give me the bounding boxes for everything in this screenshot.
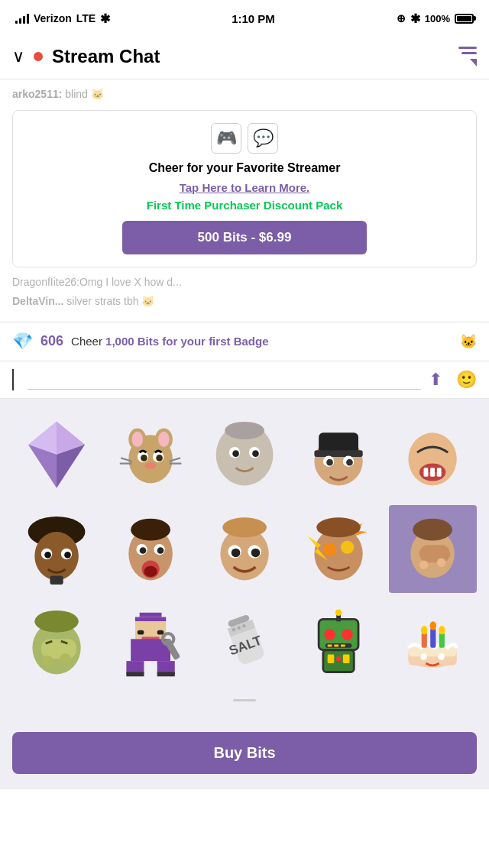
svg-point-47 bbox=[139, 547, 146, 554]
svg-rect-106 bbox=[334, 644, 338, 646]
svg-rect-80 bbox=[138, 630, 144, 635]
svg-point-42 bbox=[64, 551, 71, 558]
emote-robot[interactable] bbox=[295, 599, 383, 687]
emote-bits-diamond[interactable] bbox=[12, 411, 100, 499]
chat-input[interactable] bbox=[28, 369, 421, 390]
svg-point-124 bbox=[439, 626, 445, 635]
svg-point-30 bbox=[326, 459, 333, 466]
svg-point-63 bbox=[316, 517, 361, 537]
bits-banner: 💎 606 Cheer 1,000 Bits for your first Ba… bbox=[0, 322, 489, 361]
bits-text: Cheer 1,000 Bits for your first Badge bbox=[71, 335, 452, 348]
svg-rect-34 bbox=[424, 468, 429, 478]
emote-face2[interactable] bbox=[295, 411, 383, 499]
svg-rect-121 bbox=[439, 632, 445, 647]
svg-rect-113 bbox=[336, 656, 341, 661]
svg-point-55 bbox=[232, 548, 241, 557]
bluetooth-icon: ✱ bbox=[410, 11, 420, 26]
chat-input-area: ⬆ 🙂 bbox=[0, 361, 489, 399]
svg-point-61 bbox=[323, 542, 336, 555]
emote-section: SALT bbox=[0, 399, 489, 724]
svg-rect-36 bbox=[437, 468, 442, 478]
svg-rect-116 bbox=[409, 648, 457, 657]
svg-point-62 bbox=[341, 540, 354, 553]
chat-message: arko2511: blind 🐱 bbox=[12, 87, 477, 102]
chat-message-2: DragonfIite26:Omg I love X how d... bbox=[12, 275, 477, 290]
svg-point-8 bbox=[131, 432, 142, 447]
send-icon[interactable]: ⬆ bbox=[429, 370, 442, 390]
promo-buy-button[interactable]: 500 Bits - $6.99 bbox=[122, 221, 367, 254]
menu-button[interactable] bbox=[458, 47, 477, 66]
live-indicator bbox=[34, 52, 43, 61]
emote-face9[interactable] bbox=[12, 599, 100, 687]
chat-area: arko2511: blind 🐱 🎮 💬 Cheer for your Fav… bbox=[0, 79, 489, 322]
svg-rect-81 bbox=[157, 630, 164, 635]
cursor-icon bbox=[12, 369, 14, 390]
promo-link[interactable]: Tap Here to Learn More. bbox=[25, 181, 464, 194]
svg-point-68 bbox=[419, 560, 429, 569]
svg-point-71 bbox=[34, 611, 79, 633]
emote-face3[interactable] bbox=[389, 411, 477, 499]
svg-point-50 bbox=[144, 565, 157, 576]
svg-point-41 bbox=[44, 551, 51, 558]
svg-point-9 bbox=[158, 432, 169, 447]
emoji-icon[interactable]: 🙂 bbox=[456, 370, 477, 390]
status-carrier: Verizon LTE ✱ bbox=[15, 11, 110, 26]
svg-rect-119 bbox=[422, 632, 427, 647]
svg-rect-87 bbox=[157, 672, 174, 676]
header: ∨ Stream Chat bbox=[0, 34, 489, 79]
svg-point-14 bbox=[145, 462, 156, 469]
svg-rect-43 bbox=[50, 575, 63, 585]
svg-point-102 bbox=[324, 629, 335, 640]
emote-face1[interactable] bbox=[200, 411, 288, 499]
svg-point-122 bbox=[421, 626, 428, 635]
svg-point-23 bbox=[252, 451, 259, 458]
emote-salt[interactable]: SALT bbox=[200, 599, 288, 687]
svg-point-109 bbox=[335, 609, 342, 616]
emote-cake[interactable] bbox=[389, 599, 477, 687]
emote-face6[interactable] bbox=[200, 505, 288, 593]
svg-point-12 bbox=[141, 455, 147, 462]
svg-point-13 bbox=[156, 455, 163, 462]
svg-rect-120 bbox=[431, 628, 436, 648]
status-time: 1:10 PM bbox=[232, 12, 275, 25]
promo-icon-1: 🎮 bbox=[211, 123, 241, 154]
signal-icon bbox=[15, 13, 29, 24]
emote-grid: SALT bbox=[12, 411, 477, 688]
svg-point-66 bbox=[413, 518, 452, 540]
svg-rect-107 bbox=[341, 644, 345, 646]
chevron-down-icon[interactable]: ∨ bbox=[12, 47, 24, 66]
bits-diamond-icon: 💎 bbox=[12, 332, 33, 351]
svg-point-123 bbox=[430, 621, 437, 630]
emote-anime-girl[interactable] bbox=[106, 599, 194, 687]
emote-face4[interactable] bbox=[12, 505, 100, 593]
svg-point-74 bbox=[60, 653, 70, 664]
svg-rect-78 bbox=[135, 617, 166, 621]
emote-face7[interactable] bbox=[295, 505, 383, 593]
svg-point-51 bbox=[131, 518, 170, 540]
bits-highlight: 1,000 Bits bbox=[105, 335, 159, 348]
svg-point-48 bbox=[157, 547, 164, 554]
svg-rect-67 bbox=[419, 545, 450, 562]
svg-point-56 bbox=[251, 548, 261, 557]
svg-point-117 bbox=[421, 653, 428, 660]
status-right: ⊕ ✱ 100% bbox=[397, 11, 474, 26]
promo-title: Cheer for your Favorite Streamer bbox=[25, 161, 464, 175]
svg-point-57 bbox=[222, 517, 267, 537]
svg-rect-112 bbox=[343, 654, 350, 663]
cat-icon: 🐱 bbox=[460, 333, 477, 350]
emote-pepe-cat[interactable] bbox=[106, 411, 194, 499]
svg-point-118 bbox=[439, 653, 445, 660]
svg-point-31 bbox=[346, 459, 353, 466]
svg-point-24 bbox=[225, 422, 264, 439]
promo-discount: First Time Purchaser Discount Pack bbox=[25, 199, 464, 212]
svg-rect-111 bbox=[328, 654, 335, 663]
svg-rect-27 bbox=[315, 451, 363, 458]
svg-point-103 bbox=[342, 629, 353, 640]
svg-rect-77 bbox=[139, 612, 161, 617]
svg-point-99 bbox=[222, 652, 228, 657]
emote-face8[interactable] bbox=[389, 505, 477, 593]
emote-face5[interactable] bbox=[106, 505, 194, 593]
svg-rect-105 bbox=[328, 644, 332, 646]
svg-point-73 bbox=[42, 656, 53, 666]
buy-bits-button[interactable]: Buy Bits bbox=[12, 732, 477, 774]
